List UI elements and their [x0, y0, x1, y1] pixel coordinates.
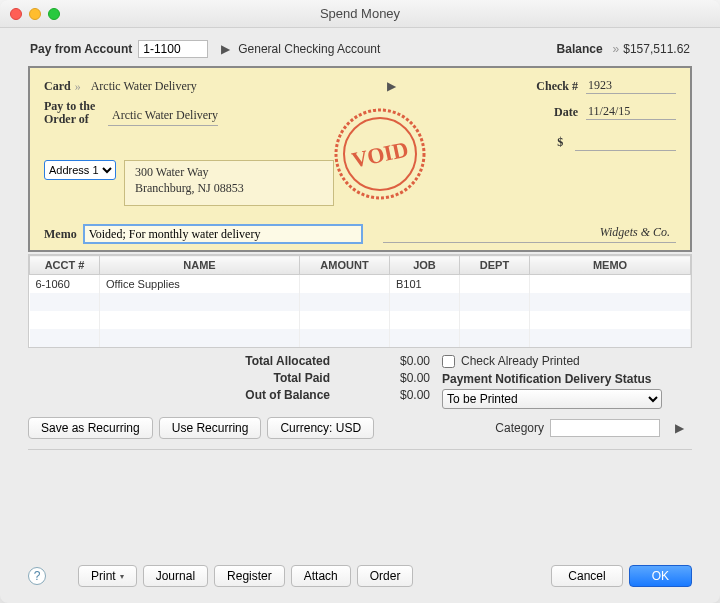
- balance-label: Balance: [557, 42, 603, 56]
- attach-button[interactable]: Attach: [291, 565, 351, 587]
- col-memo[interactable]: MEMO: [530, 256, 691, 275]
- date-label: Date: [498, 105, 578, 120]
- category-label: Category: [495, 421, 544, 435]
- checkno-value[interactable]: 1923: [586, 78, 676, 94]
- pay-from-label: Pay from Account: [30, 42, 132, 56]
- pay-from-account-input[interactable]: [138, 40, 208, 58]
- payto-label: Pay to the Order of: [44, 100, 108, 126]
- total-allocated-value: $0.00: [370, 354, 430, 368]
- account-lookup-icon[interactable]: ▶: [218, 42, 232, 56]
- table-row[interactable]: 6-1060 Office Supplies B101: [30, 275, 691, 294]
- total-paid-label: Total Paid: [210, 371, 330, 385]
- minimize-icon[interactable]: [29, 8, 41, 20]
- col-job[interactable]: JOB: [390, 256, 460, 275]
- order-button[interactable]: Order: [357, 565, 414, 587]
- ok-button[interactable]: OK: [629, 565, 692, 587]
- out-of-balance-label: Out of Balance: [210, 388, 330, 402]
- category-input[interactable]: [550, 419, 660, 437]
- cancel-button[interactable]: Cancel: [551, 565, 622, 587]
- separator: [28, 449, 692, 450]
- journal-button[interactable]: Journal: [143, 565, 208, 587]
- category-lookup-icon[interactable]: ▶: [672, 421, 686, 435]
- total-paid-value: $0.00: [370, 371, 430, 385]
- table-row[interactable]: .: [30, 329, 691, 347]
- memo-label: Memo: [44, 227, 77, 242]
- print-button[interactable]: Print▾: [78, 565, 137, 587]
- account-header-row: Pay from Account ▶ General Checking Acco…: [0, 28, 720, 66]
- check-already-printed-checkbox[interactable]: [442, 355, 455, 368]
- company-name: Widgets & Co.: [383, 225, 676, 243]
- date-value[interactable]: 11/24/15: [586, 104, 676, 120]
- window-title: Spend Money: [0, 6, 720, 21]
- titlebar: Spend Money: [0, 0, 720, 28]
- amount-symbol: $: [496, 135, 563, 150]
- table-row[interactable]: .: [30, 311, 691, 329]
- card-value[interactable]: Arctic Water Delivery: [91, 79, 197, 94]
- out-of-balance-value: $0.00: [370, 388, 430, 402]
- window-controls: [10, 8, 60, 20]
- memo-input[interactable]: [83, 224, 363, 244]
- address-line2: Branchburg, NJ 08853: [135, 181, 323, 197]
- currency-button[interactable]: Currency: USD: [267, 417, 374, 439]
- spend-money-window: Spend Money Pay from Account ▶ General C…: [0, 0, 720, 603]
- chevron-down-icon: ▾: [120, 572, 124, 581]
- account-name: General Checking Account: [238, 42, 380, 56]
- checkno-label: Check #: [498, 79, 578, 94]
- card-lookup-icon[interactable]: ▶: [384, 79, 398, 93]
- amount-value[interactable]: [575, 133, 676, 151]
- zoom-icon[interactable]: [48, 8, 60, 20]
- check-already-printed-label: Check Already Printed: [461, 354, 580, 368]
- table-row[interactable]: .: [30, 293, 691, 311]
- col-name[interactable]: NAME: [100, 256, 300, 275]
- save-as-recurring-button[interactable]: Save as Recurring: [28, 417, 153, 439]
- address-line1: 300 Water Way: [135, 165, 323, 181]
- check-panel: VOID Card » Arctic Water Delivery ▶ Chec…: [28, 66, 692, 252]
- help-icon[interactable]: ?: [28, 567, 46, 585]
- col-amount[interactable]: AMOUNT: [300, 256, 390, 275]
- use-recurring-button[interactable]: Use Recurring: [159, 417, 262, 439]
- card-label: Card: [44, 79, 71, 94]
- col-dept[interactable]: DEPT: [460, 256, 530, 275]
- col-acct[interactable]: ACCT #: [30, 256, 100, 275]
- payto-value[interactable]: Arctic Water Delivery: [108, 108, 218, 126]
- address-box[interactable]: 300 Water Way Branchburg, NJ 08853: [124, 160, 334, 206]
- balance-value: $157,511.62: [623, 42, 690, 56]
- register-button[interactable]: Register: [214, 565, 285, 587]
- address-select[interactable]: Address 1: [44, 160, 116, 180]
- notification-label: Payment Notification Delivery Status: [442, 372, 692, 386]
- total-allocated-label: Total Allocated: [210, 354, 330, 368]
- notification-status-select[interactable]: To be Printed: [442, 389, 662, 409]
- chevron-icon: »: [613, 42, 620, 56]
- close-icon[interactable]: [10, 8, 22, 20]
- chevron-icon: »: [75, 79, 81, 94]
- allocation-grid[interactable]: ACCT # NAME AMOUNT JOB DEPT MEMO 6-1060 …: [28, 254, 692, 348]
